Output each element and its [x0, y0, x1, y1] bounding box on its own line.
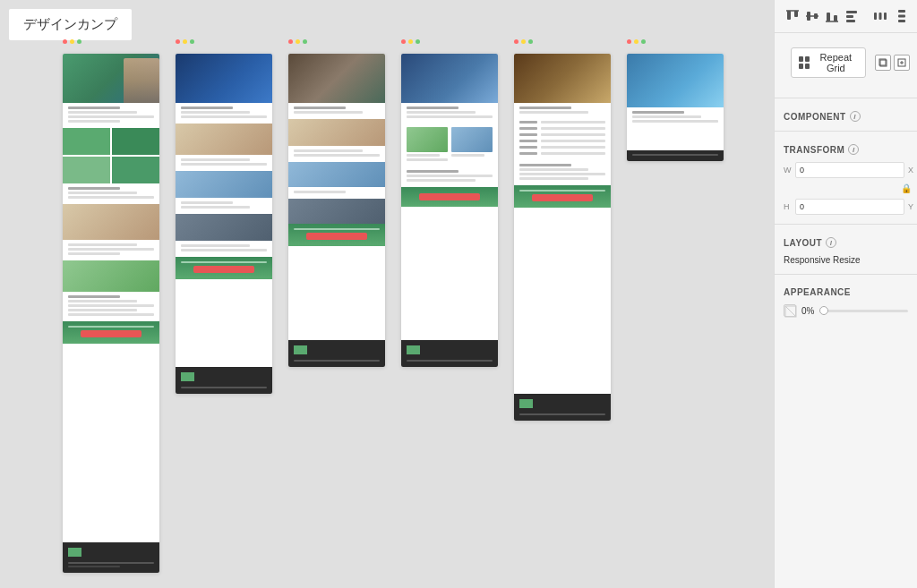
component-label: COMPONENT [784, 112, 846, 122]
align-left-icon[interactable] [843, 7, 861, 25]
align-bottom-icon[interactable] [823, 7, 841, 25]
grid-cell-1 [63, 128, 110, 155]
width-input[interactable] [795, 162, 904, 178]
distribute-h-icon[interactable] [871, 7, 889, 25]
dot-green-5 [528, 39, 533, 44]
artboard-1[interactable] [63, 54, 159, 573]
text-line [519, 413, 605, 415]
align-top-icon[interactable] [784, 7, 801, 25]
artboard-5-cta [514, 185, 611, 208]
text-line [68, 562, 154, 564]
artboard-3-content [288, 54, 385, 367]
artboard-1-cta [63, 321, 159, 344]
text-line [407, 170, 458, 173]
dot-red-2 [176, 39, 180, 44]
col-left [407, 127, 448, 163]
text-line [541, 133, 605, 136]
artboard-4-cta [401, 187, 498, 207]
text-line [407, 360, 493, 362]
artboard-1-hero [63, 54, 159, 103]
artboard-1-footer [63, 542, 159, 573]
artboard-wrapper-4 [401, 54, 498, 367]
artboard-4[interactable] [401, 54, 498, 367]
text-line [407, 179, 476, 182]
artboard-3-text-2 [288, 146, 385, 162]
divider-2 [775, 131, 917, 132]
text-line [68, 243, 137, 246]
hero-person [124, 58, 159, 103]
appearance-section-header: APPEARANCE [775, 280, 917, 301]
svg-rect-17 [898, 20, 905, 22]
align-icons [784, 7, 861, 25]
dot-red-6 [627, 39, 631, 44]
text-line [632, 120, 718, 123]
artboard-wrapper-5 [514, 54, 611, 421]
artboard-2-image-1 [176, 124, 272, 155]
transform-info-icon[interactable]: i [848, 144, 859, 155]
artboard-2-footer [176, 367, 272, 394]
img-placeholder [176, 214, 272, 241]
opacity-icon [784, 304, 796, 317]
table-row [519, 140, 605, 144]
artboard-3-text-1 [288, 103, 385, 119]
copy-icon[interactable] [875, 55, 891, 71]
artboard-3-image-2 [288, 162, 385, 187]
text-line [519, 168, 588, 171]
x-label: X [908, 166, 917, 175]
artboard-1-text-3 [63, 240, 159, 260]
text-line [294, 191, 346, 193]
component-info-icon[interactable]: i [850, 111, 861, 122]
artboard-1-content [63, 54, 159, 573]
artboard-4-content [401, 54, 498, 367]
paste-icon[interactable] [894, 55, 910, 71]
lock-icon[interactable]: 🔒 [784, 182, 917, 195]
grid-cell-3 [63, 157, 110, 183]
svg-rect-0 [787, 11, 791, 20]
height-input[interactable] [795, 199, 904, 215]
y-field: Y [908, 199, 917, 215]
responsive-resize: Responsive Resize [775, 251, 917, 268]
dot-red-1 [63, 39, 67, 44]
component-section-header: COMPONENT i [775, 104, 917, 125]
text-line [632, 115, 701, 118]
artboard-5[interactable] [514, 54, 611, 421]
text-line [541, 127, 605, 130]
text-line [407, 111, 476, 114]
layout-info-icon[interactable]: i [826, 237, 836, 248]
table-row [519, 133, 605, 138]
img-placeholder [63, 204, 159, 240]
artboard-3-text-3 [288, 187, 385, 199]
dot-red-5 [514, 39, 518, 44]
table-row [519, 127, 605, 132]
distribute-v-icon[interactable] [893, 7, 911, 25]
text-line [68, 309, 137, 311]
artboard-2-text-1 [176, 103, 272, 124]
transform-label: TRANSFORM [784, 145, 844, 155]
artboard-6[interactable] [627, 54, 724, 161]
footer-logo [407, 345, 420, 354]
text-line [181, 387, 267, 388]
repeat-grid-icon [799, 56, 810, 69]
text-line [181, 115, 267, 118]
artboard-4-text-1 [401, 103, 498, 124]
artboard-2[interactable] [176, 54, 272, 394]
align-center-v-icon[interactable] [803, 7, 821, 25]
artboards-container [63, 36, 724, 573]
dot-red-4 [401, 39, 406, 44]
text-line [407, 107, 458, 109]
window-dots-6 [627, 39, 646, 44]
repeat-grid-button[interactable]: Repeat Grid [791, 47, 866, 78]
artboard-3[interactable] [288, 54, 385, 367]
table-row [519, 121, 605, 125]
cta-button [81, 330, 141, 337]
text-line [68, 192, 137, 194]
rg-cell [799, 64, 803, 69]
artboard-2-text-3 [176, 198, 272, 214]
text-line [294, 154, 380, 157]
responsive-resize-label: Responsive Resize [784, 255, 861, 265]
rg-cell [799, 56, 803, 62]
artboard-3-footer [288, 340, 385, 367]
svg-rect-13 [879, 13, 882, 20]
text-line [519, 107, 571, 109]
opacity-slider[interactable] [819, 310, 908, 312]
